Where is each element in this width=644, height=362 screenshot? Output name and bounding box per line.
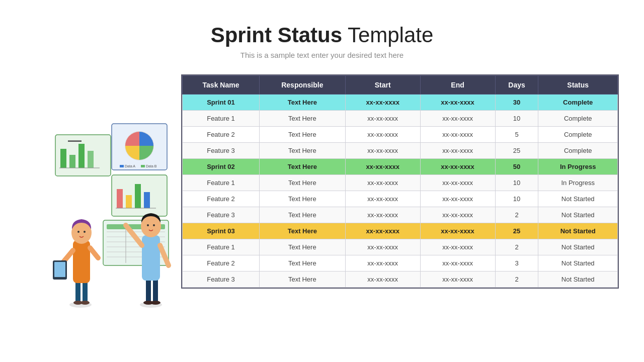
svg-line-36 — [90, 248, 98, 258]
cell-8-4: 25 — [495, 223, 538, 239]
feature-row: Feature 1Text Herexx-xx-xxxxxx-xx-xxxx2N… — [183, 239, 618, 255]
cell-1-4: 10 — [495, 111, 538, 127]
svg-rect-17 — [144, 192, 150, 208]
cell-6-1: Text Here — [260, 191, 346, 207]
cell-0-3: xx-xx-xxxx — [420, 95, 495, 111]
cell-4-0: Sprint 02 — [183, 159, 260, 175]
svg-rect-47 — [142, 235, 160, 281]
cell-8-1: Text Here — [260, 223, 346, 239]
title-bold: Sprint Status — [211, 23, 342, 47]
cell-4-2: xx-xx-xxxx — [345, 159, 420, 175]
cell-6-5: Not Started — [538, 191, 618, 207]
svg-rect-4 — [88, 151, 94, 168]
page-header: Sprint Status Template This is a sample … — [211, 23, 434, 59]
svg-rect-16 — [135, 184, 141, 208]
cell-5-5: In Progress — [538, 175, 618, 191]
svg-rect-34 — [73, 240, 90, 283]
feature-row: Feature 3Text Herexx-xx-xxxxxx-xx-xxxx25… — [183, 143, 618, 159]
sprint-row: Sprint 01Text Herexx-xx-xxxxxx-xx-xxxx30… — [183, 95, 618, 111]
cell-1-0: Feature 1 — [183, 111, 260, 127]
cell-8-3: xx-xx-xxxx — [420, 223, 495, 239]
cell-5-1: Text Here — [260, 175, 346, 191]
cell-2-1: Text Here — [260, 127, 346, 143]
cell-3-5: Complete — [538, 143, 618, 159]
cell-10-5: Not Started — [538, 255, 618, 272]
col-start: Start — [345, 76, 420, 95]
cell-4-3: xx-xx-xxxx — [420, 159, 495, 175]
cell-3-0: Feature 3 — [183, 143, 260, 159]
cell-11-1: Text Here — [260, 272, 346, 288]
cell-5-3: xx-xx-xxxx — [420, 175, 495, 191]
col-status: Status — [538, 76, 618, 95]
svg-rect-15 — [126, 195, 132, 208]
feature-row: Feature 3Text Herexx-xx-xxxxxx-xx-xxxx2N… — [183, 272, 618, 288]
cell-11-2: xx-xx-xxxx — [345, 272, 420, 288]
cell-6-0: Feature 2 — [183, 191, 260, 207]
col-days: Days — [495, 76, 538, 95]
svg-rect-1 — [60, 149, 66, 168]
svg-rect-44 — [153, 278, 158, 303]
cell-6-2: xx-xx-xxxx — [345, 191, 420, 207]
sprint-row: Sprint 02Text Herexx-xx-xxxxxx-xx-xxxx50… — [183, 159, 618, 175]
cell-7-1: Text Here — [260, 207, 346, 223]
cell-0-0: Sprint 01 — [183, 95, 260, 111]
svg-rect-11 — [141, 165, 145, 167]
content-area: ▬▬▬ Data A Data B — [25, 74, 619, 311]
cell-9-2: xx-xx-xxxx — [345, 239, 420, 255]
sprint-row: Sprint 03Text Herexx-xx-xxxxxx-xx-xxxx25… — [183, 223, 618, 239]
cell-7-4: 2 — [495, 207, 538, 223]
cell-10-1: Text Here — [260, 255, 346, 272]
cell-0-4: 30 — [495, 95, 538, 111]
feature-row: Feature 1Text Herexx-xx-xxxxxx-xx-xxxx10… — [183, 175, 618, 191]
cell-1-3: xx-xx-xxxx — [420, 111, 495, 127]
cell-11-3: xx-xx-xxxx — [420, 272, 495, 288]
svg-rect-3 — [78, 144, 85, 168]
feature-row: Feature 2Text Herexx-xx-xxxxxx-xx-xxxx3N… — [183, 255, 618, 272]
cell-8-5: Not Started — [538, 223, 618, 239]
svg-rect-43 — [146, 278, 151, 303]
cell-5-4: 10 — [495, 175, 538, 191]
cell-10-4: 3 — [495, 255, 538, 272]
cell-9-4: 2 — [495, 239, 538, 255]
subtitle: This is a sample text enter your desired… — [211, 51, 434, 59]
svg-text:Data B: Data B — [146, 164, 157, 168]
feature-row: Feature 1Text Herexx-xx-xxxxxx-xx-xxxx10… — [183, 111, 618, 127]
svg-point-51 — [147, 224, 149, 226]
svg-point-46 — [150, 301, 160, 305]
cell-3-4: 25 — [495, 143, 538, 159]
feature-row: Feature 2Text Herexx-xx-xxxxxx-xx-xxxx10… — [183, 191, 618, 207]
cell-3-3: xx-xx-xxxx — [420, 143, 495, 159]
svg-point-41 — [84, 231, 86, 233]
cell-4-5: In Progress — [538, 159, 618, 175]
cell-5-2: xx-xx-xxxx — [345, 175, 420, 191]
cell-7-0: Feature 3 — [183, 207, 260, 223]
cell-2-5: Complete — [538, 127, 618, 143]
feature-row: Feature 3Text Herexx-xx-xxxxxx-xx-xxxx2N… — [183, 207, 618, 223]
svg-text:▬▬▬: ▬▬▬ — [68, 138, 82, 143]
cell-11-4: 2 — [495, 272, 538, 288]
svg-rect-31 — [83, 281, 88, 303]
svg-point-40 — [77, 231, 79, 233]
cell-2-3: xx-xx-xxxx — [420, 127, 495, 143]
title-light: Template — [342, 23, 433, 47]
svg-rect-30 — [75, 281, 80, 303]
cell-10-0: Feature 2 — [183, 255, 260, 272]
cell-1-2: xx-xx-xxxx — [345, 111, 420, 127]
cell-5-0: Feature 1 — [183, 175, 260, 191]
cell-2-0: Feature 2 — [183, 127, 260, 143]
svg-point-33 — [80, 301, 90, 305]
cell-7-5: Not Started — [538, 207, 618, 223]
cell-11-0: Feature 3 — [183, 272, 260, 288]
col-responsible: Responsible — [260, 76, 346, 95]
feature-row: Feature 2Text Herexx-xx-xxxxxx-xx-xxxx5C… — [183, 127, 618, 143]
svg-rect-2 — [69, 155, 75, 168]
cell-11-5: Not Started — [538, 272, 618, 288]
cell-1-5: Complete — [538, 111, 618, 127]
cell-8-0: Sprint 03 — [183, 223, 260, 239]
cell-8-2: xx-xx-xxxx — [345, 223, 420, 239]
cell-2-2: xx-xx-xxxx — [345, 127, 420, 143]
cell-2-4: 5 — [495, 127, 538, 143]
cell-4-4: 50 — [495, 159, 538, 175]
svg-rect-38 — [54, 262, 65, 277]
cell-3-2: xx-xx-xxxx — [345, 143, 420, 159]
